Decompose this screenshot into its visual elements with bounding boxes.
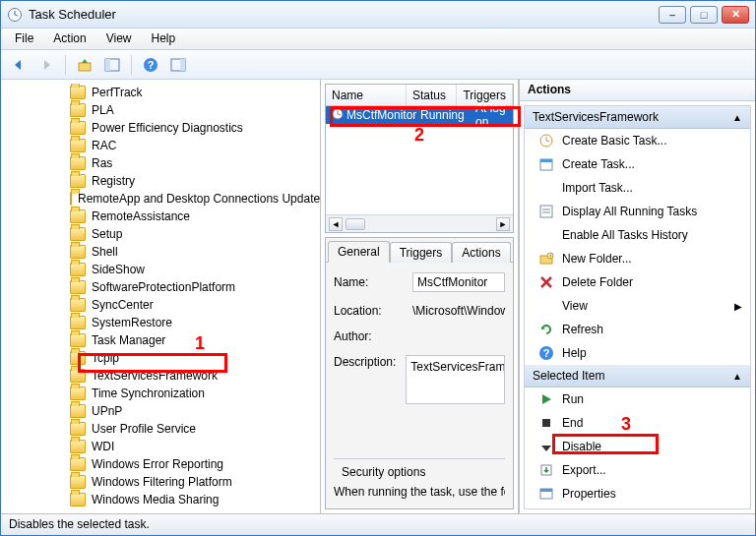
menu-view[interactable]: View — [96, 29, 142, 49]
security-options-group: Security options When running the task, … — [334, 458, 505, 499]
tree-item-label: Setup — [90, 227, 124, 241]
help-button[interactable]: ? — [139, 53, 162, 77]
folder-icon — [70, 245, 86, 259]
tree-item[interactable]: WDI — [70, 438, 320, 455]
tree-item[interactable]: Tcpip — [70, 349, 320, 367]
action-item[interactable]: Display All Running Tasks — [525, 200, 750, 223]
tree-item[interactable]: UPnP — [70, 402, 320, 420]
back-button[interactable] — [7, 53, 31, 77]
col-name[interactable]: Name — [326, 85, 407, 105]
action-item[interactable]: ✳New Folder... — [525, 247, 750, 270]
detail-description-value[interactable]: TextServicesFramework — [406, 355, 505, 404]
tree-item[interactable]: PerfTrack — [70, 84, 320, 101]
task-details: General Triggers Actions ◄ ► Name: MsCtf… — [325, 237, 514, 509]
tree-item[interactable]: SystemRestore — [70, 314, 320, 331]
folder-icon — [70, 263, 86, 276]
detail-author-label: Author: — [334, 329, 403, 343]
scroll-right-icon[interactable]: ► — [496, 217, 510, 231]
tab-triggers[interactable]: Triggers — [390, 242, 453, 263]
tree-item[interactable]: Windows Filtering Platform — [70, 473, 320, 491]
tree-item[interactable]: RemoteAssistance — [70, 208, 320, 225]
tree-item[interactable]: RemoteApp and Desktop Connections Update — [70, 190, 320, 208]
panel-button-2[interactable] — [166, 53, 190, 77]
svg-rect-17 — [540, 159, 552, 162]
action-group-selected[interactable]: Selected Item ▲ — [525, 365, 750, 387]
tree-item[interactable]: Shell — [70, 243, 320, 261]
action-group-folder[interactable]: TextServicesFramework ▲ — [525, 106, 750, 129]
tab-scroll-left-icon[interactable]: ◄ — [513, 244, 514, 262]
tree-item-label: RemoteAssistance — [90, 209, 192, 223]
help-icon: ? — [538, 345, 554, 361]
action-item[interactable]: Enable All Tasks History — [525, 223, 750, 247]
tree-item[interactable]: RAC — [70, 137, 320, 154]
collapse-icon: ▲ — [732, 371, 742, 382]
detail-tabs: General Triggers Actions ◄ ► — [326, 238, 513, 263]
col-status[interactable]: Status — [407, 85, 458, 105]
tree-item[interactable]: Setup — [70, 225, 320, 243]
forward-button[interactable] — [34, 53, 58, 77]
tree-item[interactable]: Registry — [70, 172, 320, 190]
menu-file[interactable]: File — [5, 29, 43, 49]
up-button[interactable] — [73, 53, 96, 77]
menu-help[interactable]: Help — [142, 29, 186, 49]
tree-item[interactable]: SyncCenter — [70, 296, 320, 314]
center-pane: Name Status Triggers MsCtfMonitor Runnin… — [321, 80, 519, 513]
folder-icon — [70, 440, 86, 453]
detail-name-value[interactable]: MsCtfMonitor — [412, 272, 505, 292]
tab-actions[interactable]: Actions — [452, 242, 510, 263]
action-item[interactable]: Refresh — [525, 318, 750, 341]
folder-icon — [70, 422, 86, 436]
action-item[interactable]: End — [525, 411, 750, 435]
tree-item[interactable]: PLA — [70, 101, 320, 119]
action-item[interactable]: Disable — [525, 435, 750, 458]
action-item[interactable]: Export... — [525, 458, 750, 482]
tab-general[interactable]: General — [328, 241, 390, 263]
close-button[interactable]: ✕ — [722, 6, 749, 24]
action-item[interactable]: Import Task... — [525, 176, 750, 200]
action-item[interactable]: Run — [525, 387, 750, 411]
tree-item[interactable]: Power Efficiency Diagnostics — [70, 119, 320, 137]
action-item[interactable]: Create Basic Task... — [525, 129, 750, 152]
action-item[interactable]: Create Task... — [525, 152, 750, 176]
minimize-button[interactable]: – — [659, 6, 686, 24]
action-item[interactable]: View▶ — [525, 294, 750, 318]
folder-icon — [70, 209, 86, 223]
maximize-button[interactable]: □ — [690, 6, 718, 24]
blank-icon — [538, 227, 554, 243]
stop-icon — [538, 415, 554, 431]
folder-icon — [70, 333, 86, 347]
action-item-label: End — [562, 416, 583, 430]
tree-scroll[interactable]: PerfTrackPLAPower Efficiency Diagnostics… — [1, 84, 320, 513]
tree-item[interactable]: SideShow — [70, 261, 320, 278]
tree-item[interactable]: SoftwareProtectionPlatform — [70, 278, 320, 296]
action-item[interactable]: Delete — [525, 506, 750, 509]
task-icon — [332, 108, 344, 123]
task-list-scrollbar[interactable]: ◄ ► — [326, 214, 513, 232]
tree-item[interactable]: Windows Media Sharing — [70, 491, 320, 508]
tree-item[interactable]: Ras — [70, 154, 320, 172]
actions-scroll[interactable]: TextServicesFramework ▲ Create Basic Tas… — [524, 105, 751, 509]
task-row[interactable]: MsCtfMonitor Running At log on — [326, 106, 513, 124]
toolbar-separator — [131, 55, 132, 75]
scroll-left-icon[interactable]: ◄ — [329, 217, 343, 231]
task-list-empty — [326, 124, 513, 214]
panel-button-1[interactable] — [100, 53, 124, 77]
action-item-label: Disable — [562, 440, 601, 453]
action-item[interactable]: ?Help — [525, 341, 750, 365]
tree-item-label: PLA — [90, 103, 116, 117]
tree-item[interactable]: User Profile Service — [70, 420, 320, 438]
tree-item[interactable]: Task Manager — [70, 331, 320, 349]
action-item[interactable]: Properties — [525, 482, 750, 506]
tree-item[interactable]: Time Synchronization — [70, 385, 320, 402]
menu-action[interactable]: Action — [43, 29, 95, 49]
app-window: Task Scheduler – □ ✕ File Action View He… — [0, 0, 756, 536]
action-item[interactable]: Delete Folder — [525, 270, 750, 294]
tree-item-label: Windows Filtering Platform — [90, 475, 234, 489]
tree-item-label: Time Synchronization — [90, 387, 207, 400]
blank-icon — [538, 298, 554, 314]
scroll-thumb[interactable] — [346, 218, 365, 230]
actions-list-selected: RunEndDisableExport...PropertiesDelete — [525, 387, 750, 509]
folder-icon — [70, 369, 86, 383]
tree-item[interactable]: TextServicesFramework — [70, 367, 320, 385]
tree-item[interactable]: Windows Error Reporting — [70, 455, 320, 473]
